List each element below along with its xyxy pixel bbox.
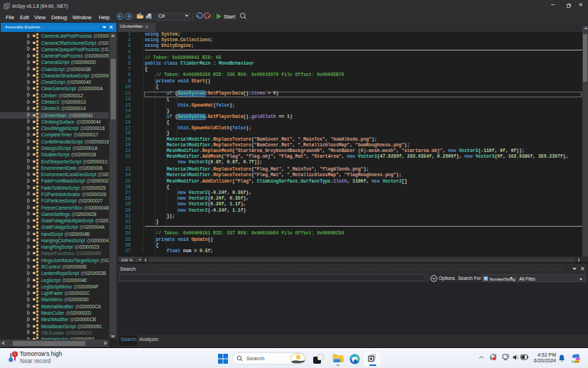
svg-text:1: 1 <box>14 352 16 356</box>
